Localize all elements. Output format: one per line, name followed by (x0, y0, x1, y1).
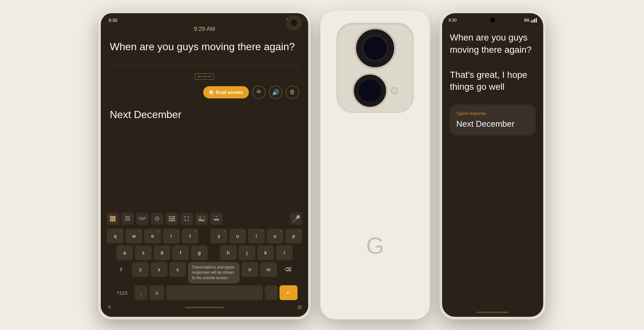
foldable-status-bar: 9:30 5G (101, 13, 308, 24)
key-k[interactable]: k (257, 245, 274, 260)
key-d[interactable]: d (154, 245, 170, 260)
keyboard-toolbar: 🖼 GIF ⚙ (104, 211, 305, 227)
keyboard-mic-icon[interactable]: 🎤 (290, 213, 302, 225)
key-p[interactable]: p0 (285, 229, 302, 243)
key-shift[interactable]: ⇧ (112, 262, 130, 277)
key-a[interactable]: a (116, 245, 133, 260)
key-e[interactable]: e3 (144, 229, 161, 243)
foldable-toolbar: ⊞ Dual screen 👁 🔊 🗑 (110, 86, 299, 99)
keyboard-row-4: ?123 , ☺ . ↵ (104, 285, 305, 300)
key-space[interactable] (166, 285, 263, 300)
key-g[interactable]: g (191, 245, 208, 260)
key-t[interactable]: t5 (182, 229, 198, 243)
keyboard-settings-icon[interactable]: ⚙ (151, 213, 163, 225)
speaker-icon: 🔊 (272, 89, 279, 96)
svg-point-10 (110, 220, 112, 222)
key-enter[interactable]: ↵ (279, 285, 298, 300)
camera-main-lens (354, 27, 396, 69)
dual-screen-label: Dual screen (216, 89, 243, 95)
key-y[interactable]: y6 (211, 229, 227, 243)
delete-icon: 🗑 (289, 89, 295, 96)
key-s[interactable]: s (135, 245, 152, 260)
key-symbols[interactable]: ?123 (111, 285, 133, 300)
phone-right-question: When are you guys moving there again? (450, 32, 535, 56)
phone-right-signal-icon (531, 18, 537, 23)
key-c[interactable]: c (169, 262, 186, 277)
key-z[interactable]: z (132, 262, 149, 277)
key-n[interactable]: n (242, 262, 258, 277)
key-backspace[interactable]: ⌫ (279, 262, 297, 277)
key-period[interactable]: . (265, 285, 278, 300)
home-indicator (185, 307, 224, 308)
phone-right-network: 5G (524, 18, 529, 23)
svg-point-19 (200, 217, 201, 218)
keyboard-grid-icon[interactable] (107, 213, 119, 225)
svg-point-4 (110, 216, 112, 218)
delete-button[interactable]: 🗑 (286, 86, 299, 99)
svg-rect-17 (169, 220, 175, 221)
svg-point-5 (112, 216, 114, 218)
scene: 9:30 5G (0, 0, 644, 330)
svg-rect-15 (169, 218, 170, 219)
key-l[interactable]: l (276, 245, 293, 260)
svg-rect-20 (214, 219, 219, 221)
svg-point-8 (112, 218, 114, 220)
svg-rect-22 (533, 20, 534, 23)
keyboard-area: 🖼 GIF ⚙ (101, 208, 308, 317)
svg-rect-24 (536, 18, 537, 23)
keyboard-layout-icon[interactable] (166, 213, 178, 225)
speaker-button[interactable]: 🔊 (269, 86, 282, 99)
key-m[interactable]: m (260, 262, 277, 277)
key-emoji[interactable]: ☺ (149, 285, 164, 300)
key-i[interactable]: i8 (248, 229, 265, 243)
foldable-camera (286, 15, 302, 31)
svg-point-11 (112, 220, 114, 222)
keyboard-row-1: q1 w2 e3 r4 t5 y6 u7 i8 o9 p0 (104, 229, 305, 243)
foldable-typed-response: Next December (110, 109, 299, 121)
phone-right-response: That's great, I hope things go well (450, 69, 535, 93)
camera-ultra-lens (352, 73, 388, 108)
svg-point-12 (114, 220, 116, 222)
typed-response-card-label: Typed response (456, 111, 529, 116)
key-u[interactable]: u7 (229, 229, 246, 243)
key-comma[interactable]: , (135, 285, 147, 300)
svg-rect-21 (531, 21, 532, 23)
key-j[interactable]: j (239, 245, 255, 260)
camera-flash (391, 87, 398, 94)
eye-button[interactable]: 👁 (252, 86, 266, 99)
eye-icon: 👁 (256, 89, 262, 96)
key-x[interactable]: x (151, 262, 167, 277)
menu-bar-indicator (110, 73, 299, 80)
svg-point-9 (114, 218, 116, 220)
svg-point-6 (114, 216, 116, 218)
keyboard-image-icon[interactable] (195, 213, 208, 225)
keyboard-shrink-icon[interactable] (210, 213, 223, 225)
phone-right-time: 9:30 (449, 18, 457, 23)
svg-rect-23 (534, 19, 535, 23)
camera-module (336, 23, 414, 113)
keyboard-gif-icon[interactable]: GIF (136, 213, 148, 225)
key-r[interactable]: r4 (163, 229, 180, 243)
phone-right-content: When are you guys moving there again? Th… (442, 25, 543, 309)
chevron-down-icon[interactable]: ∨ (107, 303, 111, 310)
svg-point-7 (110, 218, 112, 220)
keyboard-row-3: ⇧ z x c Transcriptions and typed respons… (104, 262, 305, 283)
typed-response-card-value: Next December (456, 119, 529, 129)
camera-bottom-row (352, 73, 398, 108)
svg-rect-13 (169, 216, 171, 217)
keyboard-bottom-bar: ∨ ⊞ (104, 302, 305, 312)
key-h[interactable]: h (220, 245, 237, 260)
keyboard-row-2: a s d f g h j k l (104, 245, 305, 260)
google-logo: G (366, 233, 384, 259)
key-q[interactable]: q1 (107, 229, 124, 243)
keyboard-expand-icon[interactable] (181, 213, 193, 225)
key-w[interactable]: w2 (126, 229, 142, 243)
keyboard-grid-small-icon[interactable]: ⊞ (298, 304, 302, 310)
key-f[interactable]: f (172, 245, 189, 260)
keyboard-sticker-icon[interactable]: 🖼 (121, 213, 134, 225)
key-o[interactable]: o9 (267, 229, 283, 243)
typed-response-card: Typed response Next December (450, 105, 535, 135)
dual-screen-button[interactable]: ⊞ Dual screen (203, 86, 249, 98)
front-camera-punch-hole (490, 18, 495, 22)
foldable-divider (110, 65, 299, 66)
